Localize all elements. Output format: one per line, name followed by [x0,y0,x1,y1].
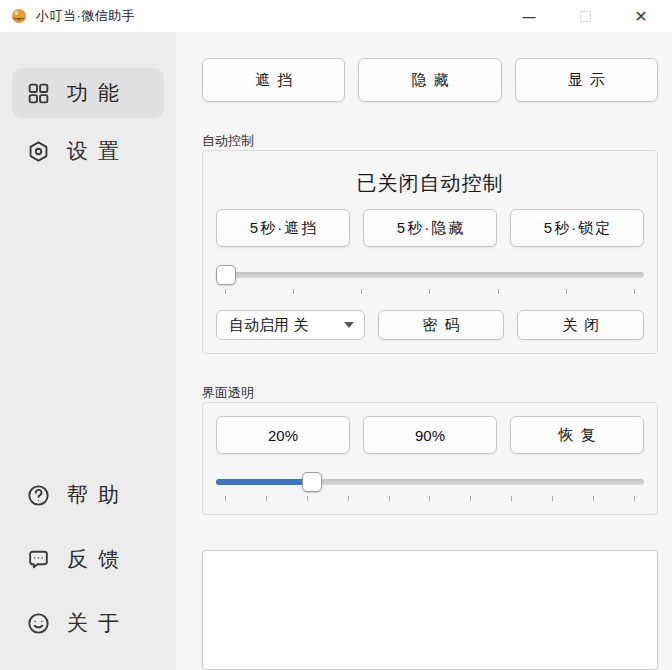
auto-control-bottom-row: 自动启用 关 密码 关闭 [216,310,644,340]
show-button[interactable]: 显示 [515,58,658,102]
smiley-icon [26,611,51,636]
dropdown-value: 自动启用 关 [229,316,338,335]
bell-icon [10,7,28,25]
grid-icon [26,81,51,106]
transparency-slider [216,472,644,492]
slider-tick [361,289,362,294]
slider-tick [307,496,308,501]
opacity-20-button[interactable]: 20% [216,416,350,454]
sidebar-item-label: 设置 [67,137,129,165]
sidebar-item-label: 帮助 [67,481,129,509]
timer-lock-button[interactable]: 5秒·锁定 [510,209,644,247]
auto-control-slider-block [216,265,644,294]
slider-thumb[interactable] [216,265,236,285]
opacity-restore-button[interactable]: 恢复 [510,416,644,454]
auto-control-status: 已关闭自动控制 [216,170,644,197]
titlebar: 小叮当·微信助手 — ✕ [0,0,672,32]
opacity-90-button[interactable]: 90% [363,416,497,454]
slider-tick [389,496,390,501]
cover-button[interactable]: 遮挡 [202,58,345,102]
chevron-down-icon [344,322,354,328]
timer-hide-button[interactable]: 5秒·隐藏 [363,209,497,247]
slider-tick [429,496,430,501]
slider-tick [429,289,430,294]
slider-tick [293,289,294,294]
minimize-button[interactable]: — [518,5,540,27]
log-textarea[interactable] [202,550,658,670]
window-title: 小叮当·微信助手 [36,7,518,25]
main-content: 遮挡 隐藏 显示 自动控制 已关闭自动控制 5秒·遮挡 5秒·隐藏 5秒·锁定 [176,32,672,670]
transparency-label: 界面透明 [202,384,658,399]
slider-tick [225,289,226,294]
timer-cover-button[interactable]: 5秒·遮挡 [216,209,350,247]
slider-tick [566,289,567,294]
slider-tick [470,496,471,501]
slider-tick [266,496,267,501]
gear-icon [26,139,51,164]
transparency-preset-row: 20% 90% 恢复 [216,416,644,454]
slider-tick [511,496,512,501]
maximize-icon [580,11,591,22]
auto-control-label: 自动控制 [202,132,658,147]
sidebar-bottom-group: 帮助 反馈 [12,472,164,646]
sidebar: 功能 设置 帮助 [0,32,176,670]
sidebar-item-help[interactable]: 帮助 [12,472,164,518]
chat-bubble-icon [26,547,51,572]
slider-tick [552,496,553,501]
close-button[interactable]: ✕ [630,5,652,27]
sidebar-item-functions[interactable]: 功能 [12,68,164,118]
slider-track[interactable] [216,272,644,278]
slider-tick [498,289,499,294]
slider-tick [225,496,226,501]
sidebar-item-label: 关于 [67,609,129,637]
window-controls: — ✕ [518,5,662,27]
slider-fill [216,479,312,485]
slider-tick [593,496,594,501]
slider-ticks [216,289,644,294]
sidebar-item-label: 功能 [67,79,129,107]
auto-control-group: 已关闭自动控制 5秒·遮挡 5秒·隐藏 5秒·锁定 自动启用 关 密 [202,150,658,354]
sidebar-item-settings[interactable]: 设置 [12,126,164,176]
password-button[interactable]: 密码 [378,310,505,340]
transparency-slider-block [216,472,644,501]
slider-tick [348,496,349,501]
slider-ticks [216,496,644,501]
sidebar-spacer [12,176,164,472]
hide-button[interactable]: 隐藏 [358,58,501,102]
auto-enable-dropdown[interactable]: 自动启用 关 [216,310,365,340]
sidebar-item-label: 反馈 [67,545,129,573]
auto-control-slider [216,265,644,285]
timer-buttons-row: 5秒·遮挡 5秒·隐藏 5秒·锁定 [216,209,644,247]
close-function-button[interactable]: 关闭 [517,310,644,340]
transparency-group: 20% 90% 恢复 [202,402,658,515]
slider-tick [634,496,635,501]
help-circle-icon [26,483,51,508]
sidebar-item-feedback[interactable]: 反馈 [12,536,164,582]
slider-thumb[interactable] [302,472,322,492]
top-actions-row: 遮挡 隐藏 显示 [202,58,658,102]
slider-tick [634,289,635,294]
maximize-button[interactable] [574,5,596,27]
sidebar-item-about[interactable]: 关于 [12,600,164,646]
